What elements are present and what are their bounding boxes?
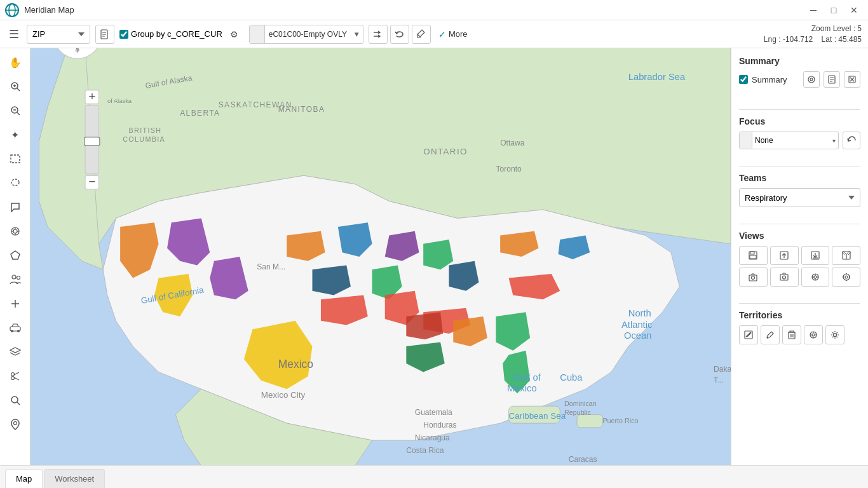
- svg-line-33: [14, 372, 19, 375]
- shuffle-icon: [373, 30, 383, 38]
- svg-text:Puerto Rico: Puerto Rico: [602, 417, 638, 424]
- add-pin-tool[interactable]: [4, 292, 27, 315]
- zoom-out-tool[interactable]: [4, 99, 27, 122]
- views-save-button[interactable]: [739, 246, 768, 265]
- territories-target-button[interactable]: [804, 325, 823, 344]
- summary-document-button[interactable]: [824, 71, 840, 88]
- zip-select[interactable]: ZIP: [27, 25, 90, 44]
- tab-worksheet[interactable]: Worksheet: [44, 469, 105, 488]
- svg-text:Labrador Sea: Labrador Sea: [628, 72, 686, 82]
- svg-text:Nicaragua: Nicaragua: [415, 433, 450, 442]
- svg-point-31: [11, 373, 14, 376]
- action-buttons: [369, 25, 431, 44]
- territories-pencil-button[interactable]: [761, 325, 780, 344]
- svg-text:BRITISH: BRITISH: [129, 126, 162, 134]
- app-logo: [5, 3, 19, 17]
- ovly-selector: eC01C00-Empty OVLY ▾: [249, 25, 363, 44]
- summary-checkbox[interactable]: [739, 75, 748, 84]
- views-screenshot-button[interactable]: [770, 268, 799, 287]
- scissors-tool[interactable]: [4, 365, 27, 388]
- search-zoom-tool[interactable]: [4, 389, 27, 412]
- map-area[interactable]: N S E W + − Canada Hudson Bay Gulf: [31, 48, 731, 465]
- svg-point-123: [845, 276, 848, 278]
- focus-reset-button[interactable]: [843, 132, 860, 149]
- views-settings-button[interactable]: [832, 268, 860, 287]
- lasso-tool[interactable]: [4, 172, 27, 194]
- divider-4: [739, 303, 860, 304]
- svg-rect-104: [750, 255, 756, 259]
- document-icon-button[interactable]: [95, 25, 114, 44]
- territories-edit-button[interactable]: [739, 325, 758, 344]
- teams-section: Teams Respiratory Cardiology Neurology: [739, 173, 860, 207]
- target-tool[interactable]: [4, 220, 27, 243]
- map-background[interactable]: N S E W + − Canada Hudson Bay Gulf: [31, 48, 731, 465]
- views-section-title: Views: [739, 231, 860, 241]
- coordinates: Lng : -104.712 Lat : 45.485: [764, 34, 862, 45]
- svg-point-37: [13, 422, 17, 425]
- close-button[interactable]: ✕: [845, 3, 863, 18]
- ovly-text: eC01C00-Empty OVLY: [265, 30, 351, 39]
- svg-rect-14: [11, 155, 20, 163]
- divider-1: [739, 109, 860, 110]
- views-section: Views: [739, 231, 860, 287]
- summary-close-button[interactable]: [844, 71, 860, 88]
- views-share-button[interactable]: [770, 246, 799, 265]
- divider-3: [739, 224, 860, 224]
- svg-line-8: [17, 88, 20, 91]
- summary-section-title: Summary: [739, 56, 860, 66]
- maximize-button[interactable]: □: [825, 3, 843, 18]
- hamburger-menu-icon[interactable]: ☰: [6, 25, 22, 44]
- title-bar-controls: ─ □ ✕: [804, 3, 863, 18]
- territories-delete-button[interactable]: [782, 325, 801, 344]
- more-button[interactable]: ✓ More: [438, 29, 468, 39]
- focus-select[interactable]: None: [752, 136, 830, 145]
- ovly-dropdown-arrow[interactable]: ▾: [351, 29, 363, 39]
- views-sync-button[interactable]: [801, 268, 830, 287]
- pan-tool[interactable]: ✋: [4, 51, 27, 74]
- tab-map[interactable]: Map: [5, 469, 43, 488]
- group-by-checkbox[interactable]: [119, 30, 128, 39]
- group-by-settings-icon[interactable]: ⚙: [225, 25, 244, 44]
- polygon-tool[interactable]: [4, 244, 27, 267]
- star-tool[interactable]: ✦: [4, 123, 27, 146]
- svg-text:Cuba: Cuba: [560, 372, 583, 383]
- svg-text:Caracas: Caracas: [569, 455, 597, 464]
- layers-tool[interactable]: [4, 341, 27, 363]
- minimize-button[interactable]: ─: [804, 3, 822, 18]
- shuffle-button[interactable]: [369, 25, 388, 44]
- rectangle-tool[interactable]: [4, 147, 27, 170]
- svg-text:−: −: [88, 175, 95, 188]
- map-svg: N S E W + − Canada Hudson Bay Gulf: [31, 48, 731, 465]
- svg-point-113: [752, 276, 755, 280]
- car-tool[interactable]: [4, 316, 27, 339]
- views-export-button[interactable]: [832, 246, 860, 265]
- svg-rect-114: [780, 274, 788, 280]
- divider-2: [739, 166, 860, 166]
- territories-gear-button[interactable]: [825, 325, 844, 344]
- summary-settings-button[interactable]: [803, 71, 820, 88]
- teams-select[interactable]: Respiratory Cardiology Neurology: [739, 188, 860, 207]
- undo-button[interactable]: [390, 25, 409, 44]
- territories-grid: [739, 325, 860, 344]
- svg-text:Mexico: Mexico: [278, 358, 313, 370]
- svg-text:COLUMBIA: COLUMBIA: [123, 135, 165, 143]
- document-icon: [100, 29, 109, 39]
- views-import-button[interactable]: [801, 246, 830, 265]
- views-camera-button[interactable]: [739, 268, 768, 287]
- people-tool[interactable]: [4, 268, 27, 291]
- svg-text:Atlantic: Atlantic: [621, 320, 652, 330]
- comment-tool[interactable]: [4, 196, 27, 219]
- brush-button[interactable]: [412, 25, 431, 44]
- right-panel: Summary Summary Fo: [731, 48, 868, 465]
- zoom-in-tool[interactable]: [4, 75, 27, 98]
- svg-point-127: [849, 276, 850, 278]
- svg-point-93: [808, 76, 815, 83]
- focus-section-title: Focus: [739, 116, 860, 126]
- title-bar-left: Meridian Map: [5, 3, 74, 17]
- location-pin-tool[interactable]: [4, 413, 27, 436]
- territories-section-title: Territories: [739, 310, 860, 320]
- svg-point-29: [17, 330, 20, 332]
- ovly-color-swatch: [250, 25, 265, 43]
- svg-text:Dominican: Dominican: [564, 400, 597, 407]
- more-check-icon: ✓: [438, 29, 446, 39]
